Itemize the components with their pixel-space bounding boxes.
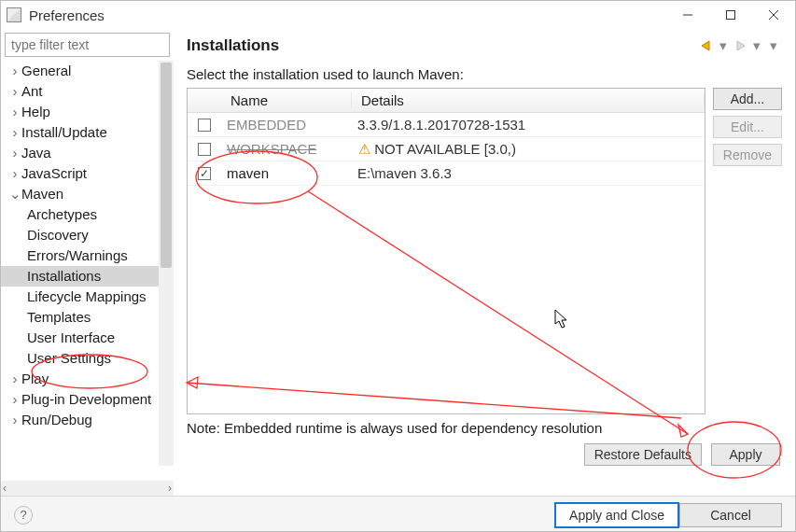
page-title: Installations — [187, 36, 698, 55]
help-button[interactable]: ? — [14, 506, 33, 525]
tree-item-archetypes[interactable]: Archetypes — [1, 204, 159, 225]
scroll-left-icon[interactable]: ‹ — [3, 482, 7, 495]
edit-button[interactable]: Edit... — [713, 116, 782, 138]
tree-item-user-settings[interactable]: User Settings — [1, 348, 159, 369]
cursor-icon — [554, 309, 569, 329]
scroll-right-icon[interactable]: › — [168, 482, 172, 495]
restore-defaults-button[interactable]: Restore Defaults — [584, 443, 702, 466]
chevron-right-icon: › — [8, 143, 21, 163]
close-button[interactable] — [752, 1, 795, 29]
table-header: Name Details — [188, 89, 705, 113]
checkbox[interactable] — [198, 167, 211, 180]
nav-back-button[interactable] — [698, 38, 715, 54]
chevron-right-icon: › — [8, 81, 21, 102]
tree-item-javascript[interactable]: ›JavaScript — [1, 163, 159, 184]
chevron-right-icon: › — [8, 61, 21, 81]
svg-rect-1 — [727, 11, 735, 20]
tree-item-install-update[interactable]: ›Install/Update — [1, 122, 159, 143]
cell-name: EMBEDDED — [221, 117, 352, 133]
column-details[interactable]: Details — [352, 92, 705, 108]
warning-icon: ⚠ — [357, 141, 370, 158]
table-row[interactable]: EMBEDDED 3.3.9/1.8.1.20170728-1531 — [188, 113, 705, 137]
titlebar: Preferences — [1, 1, 795, 29]
cell-details: ⚠ NOT AVAILABLE [3.0,) — [352, 141, 705, 158]
dropdown-icon[interactable]: ▾ — [748, 37, 765, 54]
tree-item-help[interactable]: ›Help — [1, 102, 159, 122]
note-text: Note: Embedded runtime is always used fo… — [187, 420, 782, 436]
tree-item-play[interactable]: ›Play — [1, 369, 159, 389]
add-button[interactable]: Add... — [713, 88, 782, 110]
minimize-button[interactable] — [666, 1, 709, 29]
cancel-button[interactable]: Cancel — [679, 503, 782, 527]
chevron-right-icon: › — [8, 163, 21, 184]
preference-tree[interactable]: ›General ›Ant ›Help ›Install/Update ›Jav… — [1, 61, 159, 430]
chevron-right-icon: › — [8, 102, 21, 122]
dropdown-icon[interactable]: ▾ — [715, 37, 732, 54]
tree-item-java[interactable]: ›Java — [1, 143, 159, 163]
cell-name: WORKSPACE — [221, 141, 352, 157]
chevron-right-icon: › — [8, 122, 21, 143]
cell-details: 3.3.9/1.8.1.20170728-1531 — [352, 117, 705, 133]
table-side-buttons: Add... Edit... Remove — [713, 88, 782, 414]
tree-container: ›General ›Ant ›Help ›Install/Update ›Jav… — [1, 61, 174, 481]
tree-item-user-interface[interactable]: User Interface — [1, 328, 159, 348]
nav-forward-button[interactable] — [732, 38, 748, 54]
tree-item-errors-warnings[interactable]: Errors/Warnings — [1, 245, 159, 266]
tree-item-general[interactable]: ›General — [1, 61, 159, 81]
column-name[interactable]: Name — [221, 92, 352, 108]
checkbox[interactable] — [198, 119, 211, 132]
sidebar: ›General ›Ant ›Help ›Install/Update ›Jav… — [1, 29, 174, 496]
tree-item-ant[interactable]: ›Ant — [1, 81, 159, 102]
chevron-right-icon: › — [8, 369, 21, 389]
table-row[interactable]: WORKSPACE ⚠ NOT AVAILABLE [3.0,) — [188, 137, 705, 161]
page-actions: Restore Defaults Apply — [187, 436, 782, 466]
filter-container — [1, 29, 174, 61]
installations-table: Name Details EMBEDDED 3.3.9/1.8.1.201707… — [187, 88, 705, 414]
chevron-right-icon: › — [8, 410, 21, 430]
window-title: Preferences — [29, 7, 105, 23]
tree-item-run-debug[interactable]: ›Run/Debug — [1, 410, 159, 430]
chevron-down-icon: ⌄ — [8, 184, 21, 204]
tree-item-plugin-development[interactable]: ›Plug-in Development — [1, 389, 159, 410]
checkbox[interactable] — [198, 143, 211, 156]
cell-details: E:\maven 3.6.3 — [352, 165, 705, 181]
content-pane: Installations ▾ ▾ ▾ Select the installat… — [174, 29, 795, 496]
instruction-text: Select the installation used to launch M… — [187, 66, 782, 82]
apply-button[interactable]: Apply — [711, 443, 780, 466]
tree-item-maven[interactable]: ⌄Maven — [1, 184, 159, 204]
tree-item-discovery[interactable]: Discovery — [1, 225, 159, 245]
chevron-right-icon: › — [8, 389, 21, 410]
horizontal-scrollbar[interactable]: ‹ › — [1, 481, 174, 496]
bottom-bar: ? Apply and Close Cancel — [1, 496, 795, 532]
filter-input[interactable] — [5, 33, 170, 57]
table-row[interactable]: maven E:\maven 3.6.3 — [188, 161, 705, 186]
tree-item-templates[interactable]: Templates — [1, 307, 159, 328]
page-header: Installations ▾ ▾ ▾ — [174, 29, 795, 61]
vertical-scrollbar[interactable] — [159, 61, 174, 466]
cell-name: maven — [221, 165, 352, 181]
remove-button[interactable]: Remove — [713, 144, 782, 166]
tree-item-installations[interactable]: Installations — [1, 266, 159, 287]
maximize-button[interactable] — [709, 1, 752, 29]
scrollbar-thumb[interactable] — [161, 63, 172, 268]
app-icon — [7, 7, 21, 22]
apply-and-close-button[interactable]: Apply and Close — [554, 502, 679, 528]
tree-item-lifecycle-mappings[interactable]: Lifecycle Mappings — [1, 287, 159, 307]
menu-dropdown-icon[interactable]: ▾ — [765, 37, 782, 54]
